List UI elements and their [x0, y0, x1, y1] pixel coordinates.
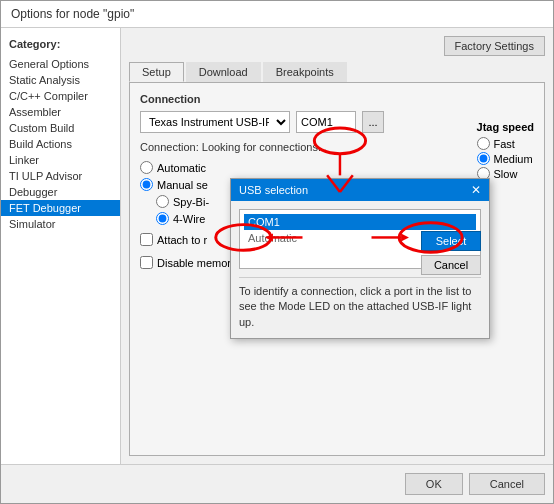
sidebar-item-assembler[interactable]: Assembler: [1, 104, 120, 120]
usb-dialog-title: USB selection ✕: [231, 179, 489, 201]
usb-select-button[interactable]: Select: [421, 231, 481, 251]
interface-select[interactable]: Texas Instrument USB-IF: [140, 111, 290, 133]
usb-info-text: To identify a connection, click a port i…: [239, 277, 481, 330]
sidebar-item-build-actions[interactable]: Build Actions: [1, 136, 120, 152]
sidebar-item-general-options[interactable]: General Options: [1, 56, 120, 72]
usb-dialog-title-text: USB selection: [239, 184, 308, 196]
attach-checkbox[interactable]: [140, 233, 153, 246]
busy-text: Connection: Looking for connections...: [140, 141, 327, 153]
tab-breakpoints[interactable]: Breakpoints: [263, 62, 347, 82]
tabs: Setup Download Breakpoints: [129, 62, 545, 83]
automatic-label: Automatic: [157, 162, 206, 174]
sidebar-item-custom-build[interactable]: Custom Build: [1, 120, 120, 136]
usb-list-item-com1[interactable]: COM1: [244, 214, 476, 230]
sidebar-item-fet-debugger[interactable]: FET Debugger: [1, 200, 120, 216]
usb-dialog: USB selection ✕ COM1 Automatic Select Ca…: [230, 178, 490, 339]
tab-content: Jtag speed Fast Medium Slow: [129, 83, 545, 456]
window-title: Options for node "gpio": [11, 7, 134, 21]
cancel-button[interactable]: Cancel: [469, 473, 545, 495]
sidebar-label: Category:: [1, 36, 120, 56]
connection-row: Texas Instrument USB-IF ...: [140, 111, 534, 133]
usb-cancel-button[interactable]: Cancel: [421, 255, 481, 275]
tab-download[interactable]: Download: [186, 62, 261, 82]
sidebar-item-cpp-compiler[interactable]: C/C++ Compiler: [1, 88, 120, 104]
usb-dialog-close-button[interactable]: ✕: [471, 183, 481, 197]
automatic-row: Automatic: [140, 161, 534, 174]
sidebar-item-simulator[interactable]: Simulator: [1, 216, 120, 232]
port-input[interactable]: [296, 111, 356, 133]
manual-label: Manual se: [157, 179, 208, 191]
sidebar-item-ti-ulp-advisor[interactable]: TI ULP Advisor: [1, 168, 120, 184]
main-window: Options for node "gpio" Category: Genera…: [0, 0, 554, 504]
spy-label: Spy-Bi-: [173, 196, 209, 208]
sidebar: Category: General Options Static Analysi…: [1, 28, 121, 464]
factory-settings-button[interactable]: Factory Settings: [444, 36, 545, 56]
usb-dialog-buttons: Select Cancel: [421, 231, 481, 275]
title-bar: Options for node "gpio": [1, 1, 553, 28]
wire-radio[interactable]: [156, 212, 169, 225]
connection-label: Connection: [140, 93, 534, 105]
ok-button[interactable]: OK: [405, 473, 463, 495]
automatic-radio[interactable]: [140, 161, 153, 174]
connection-section: Connection Texas Instrument USB-IF ... C…: [140, 93, 534, 155]
busy-row: Connection: Looking for connections...: [140, 139, 534, 155]
attach-label: Attach to r: [157, 234, 207, 246]
spy-radio[interactable]: [156, 195, 169, 208]
manual-radio[interactable]: [140, 178, 153, 191]
main-content: Factory Settings Setup Download Breakpoi…: [121, 28, 553, 464]
sidebar-item-static-analysis[interactable]: Static Analysis: [1, 72, 120, 88]
sidebar-item-linker[interactable]: Linker: [1, 152, 120, 168]
window-body: Category: General Options Static Analysi…: [1, 28, 553, 464]
jtag-slow-label: Slow: [494, 168, 518, 180]
tab-setup[interactable]: Setup: [129, 62, 184, 82]
footer: OK Cancel: [1, 464, 553, 503]
usb-dialog-body: COM1 Automatic Select Cancel To identify…: [231, 201, 489, 338]
disable-cache-checkbox[interactable]: [140, 256, 153, 269]
sidebar-item-debugger[interactable]: Debugger: [1, 184, 120, 200]
dots-button[interactable]: ...: [362, 111, 384, 133]
wire-label: 4-Wire: [173, 213, 205, 225]
